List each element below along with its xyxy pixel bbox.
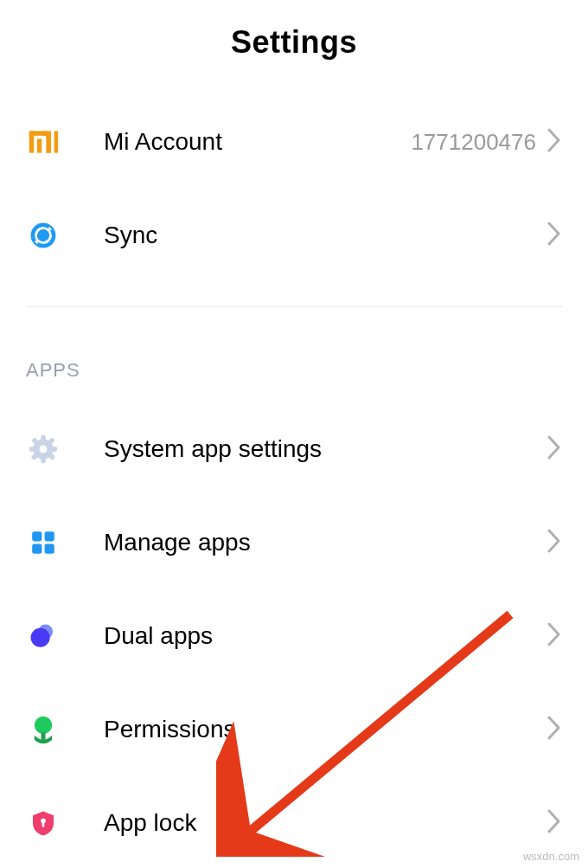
chevron-right-icon <box>546 716 562 743</box>
svg-rect-3 <box>37 138 42 152</box>
row-manage-apps[interactable]: Manage apps <box>0 496 588 589</box>
watermark-text: wsxdn.com <box>523 850 579 863</box>
shield-lock-icon <box>26 806 61 840</box>
svg-rect-18 <box>32 544 42 554</box>
mi-logo-icon <box>26 125 61 159</box>
svg-rect-16 <box>32 531 42 541</box>
svg-rect-19 <box>45 544 54 554</box>
svg-point-5 <box>31 223 56 248</box>
row-mi-account[interactable]: Mi Account 1771200476 <box>0 95 588 189</box>
row-app-lock[interactable]: App lock <box>0 776 588 868</box>
chevron-right-icon <box>546 222 562 249</box>
svg-rect-2 <box>47 131 51 152</box>
apps-grid-icon <box>26 525 61 560</box>
page-title: Settings <box>0 0 588 95</box>
chevron-right-icon <box>546 622 562 650</box>
chevron-right-icon <box>546 529 562 556</box>
row-system-app-settings[interactable]: System app settings <box>0 402 588 496</box>
row-label: Manage apps <box>104 529 546 556</box>
svg-rect-4 <box>54 131 59 152</box>
svg-rect-7 <box>41 435 45 441</box>
section-header-apps: APPS <box>0 307 588 402</box>
permissions-icon <box>26 712 61 747</box>
chevron-right-icon <box>546 809 562 837</box>
row-label: Sync <box>104 222 546 249</box>
sync-icon <box>26 218 61 253</box>
row-sync[interactable]: Sync <box>0 189 588 282</box>
svg-point-15 <box>40 446 48 453</box>
row-permissions[interactable]: Permissions <box>0 683 588 776</box>
chevron-right-icon <box>546 128 562 156</box>
svg-point-21 <box>31 628 50 647</box>
svg-rect-23 <box>41 732 45 740</box>
row-value: 1771200476 <box>411 129 536 156</box>
row-label: App lock <box>104 809 546 837</box>
row-dual-apps[interactable]: Dual apps <box>0 589 588 683</box>
row-label: Mi Account <box>104 128 411 156</box>
settings-screen: Settings Mi Account 1771200476 <box>0 0 588 868</box>
svg-rect-9 <box>29 447 35 451</box>
row-label: Dual apps <box>104 622 546 650</box>
svg-rect-25 <box>42 821 45 826</box>
svg-point-22 <box>35 717 52 734</box>
svg-rect-17 <box>45 531 54 541</box>
svg-rect-10 <box>51 447 57 451</box>
dual-apps-icon <box>26 619 61 653</box>
gear-icon <box>26 432 61 466</box>
svg-rect-8 <box>41 457 45 463</box>
chevron-right-icon <box>546 435 562 463</box>
row-label: System app settings <box>104 435 546 463</box>
row-label: Permissions <box>104 716 546 743</box>
